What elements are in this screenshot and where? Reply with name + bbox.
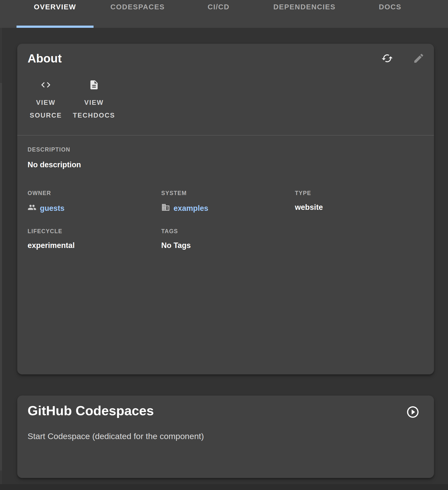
tab-docs[interactable]: DOCS [353, 0, 427, 28]
tab-cicd[interactable]: CI/CD [182, 0, 256, 28]
about-card-header: About [17, 44, 434, 65]
system-link[interactable]: examples [161, 203, 208, 214]
view-source-link[interactable]: VIEW SOURCE [28, 79, 64, 122]
type-field: TYPE website [295, 190, 424, 214]
system-link-text: examples [174, 204, 208, 213]
about-fields-grid: OWNER guests SYSTEM [28, 190, 424, 250]
system-field: SYSTEM examples [161, 190, 295, 214]
view-techdocs-link[interactable]: VIEW TECHDOCS [73, 79, 115, 122]
tab-codespaces[interactable]: CODESPACES [94, 0, 182, 28]
code-icon [40, 79, 51, 91]
refresh-button[interactable] [381, 52, 394, 65]
play-circle-icon [406, 405, 420, 420]
about-card: About VIEW [17, 44, 434, 374]
group-icon [28, 203, 36, 214]
refresh-icon [381, 52, 393, 65]
system-business-icon [161, 203, 170, 214]
view-source-label: VIEW SOURCE [30, 96, 62, 122]
about-card-divider [17, 135, 434, 136]
tab-overview[interactable]: OVERVIEW [16, 0, 94, 28]
codespaces-card-title: GitHub Codespaces [28, 403, 154, 418]
tab-dependencies[interactable]: DEPENDENCIES [256, 0, 353, 28]
description-label: DESCRIPTION [28, 146, 424, 153]
edit-button[interactable] [412, 52, 425, 65]
description-value: No description [28, 160, 424, 169]
about-card-body: DESCRIPTION No description OWNER guests [17, 146, 434, 250]
bottom-page-edge [0, 484, 448, 490]
lifecycle-value: experimental [28, 241, 161, 250]
tags-value: No Tags [161, 241, 295, 250]
docs-icon [89, 79, 99, 91]
owner-link-text: guests [40, 204, 64, 213]
owner-field: OWNER guests [28, 190, 161, 214]
about-card-actions [381, 52, 425, 65]
lifecycle-field: LIFECYCLE experimental [28, 228, 161, 250]
tags-label: TAGS [161, 228, 295, 235]
tags-field: TAGS No Tags [161, 228, 295, 250]
view-techdocs-label: VIEW TECHDOCS [73, 96, 115, 122]
lifecycle-label: LIFECYCLE [28, 228, 161, 235]
github-codespaces-card: GitHub Codespaces Start Codespace (dedic… [17, 396, 434, 478]
owner-link[interactable]: guests [28, 203, 64, 214]
entity-tab-bar: OVERVIEW CODESPACES CI/CD DEPENDENCIES D… [0, 0, 448, 28]
codespaces-card-subtitle: Start Codespace (dedicated for the compo… [17, 431, 434, 441]
about-card-title: About [28, 52, 62, 65]
edit-pencil-icon [413, 52, 425, 65]
left-scroll-thumb[interactable] [0, 83, 2, 471]
system-label: SYSTEM [161, 190, 295, 197]
type-label: TYPE [295, 190, 424, 197]
about-card-quick-links: VIEW SOURCE VIEW TECHDOCS [17, 65, 434, 122]
entity-page: OVERVIEW CODESPACES CI/CD DEPENDENCIES D… [0, 0, 448, 490]
type-value: website [295, 203, 424, 212]
start-codespace-button[interactable] [406, 405, 420, 419]
owner-label: OWNER [28, 190, 161, 197]
codespaces-card-header: GitHub Codespaces [17, 396, 434, 419]
left-scroll-track [0, 28, 2, 490]
